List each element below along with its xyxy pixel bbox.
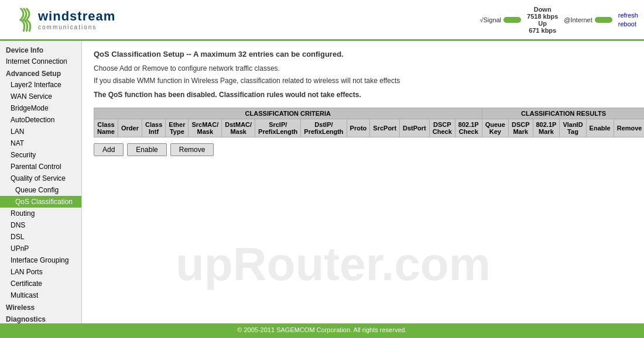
refresh-link[interactable]: refresh <box>618 12 638 19</box>
sidebar-item-certificate[interactable]: Certificate <box>0 278 81 289</box>
internet-indicator <box>595 17 612 23</box>
col-class-intf: ClassIntf <box>142 119 165 137</box>
signal-label: √Signal <box>479 16 501 23</box>
main-content: upRouter.com QoS Classification Setup --… <box>82 41 644 323</box>
remove-button[interactable]: Remove <box>170 143 214 156</box>
column-header-row: ClassName Order ClassIntf EtherType SrcM… <box>94 119 645 137</box>
sidebar-item-wireless: Wireless <box>0 301 81 313</box>
criteria-group-header: CLASSIFICATION CRITERIA <box>94 108 482 119</box>
col-proto: Proto <box>347 119 370 137</box>
speed-display: Down 7518 kbps Up 671 kbps <box>527 6 558 34</box>
sidebar-item-autodetection[interactable]: AutoDetection <box>0 114 81 126</box>
sidebar-item-queue-config[interactable]: Queue Config <box>0 184 81 196</box>
internet-label: @Internet <box>564 16 592 23</box>
brand-sub: communications <box>38 24 115 30</box>
logo-text: windstream communications <box>38 9 115 30</box>
sidebar-item-qos-classification[interactable]: QoS Classification <box>0 196 81 208</box>
copyright-text: © 2005-2011 SAGEMCOM Corporation. All ri… <box>237 326 406 333</box>
sidebar-item-advanced-setup: Advanced Setup <box>0 67 81 79</box>
down-speed: 7518 kbps <box>527 13 558 20</box>
sidebar-item-internet-connection[interactable]: Internet Connection <box>0 56 81 67</box>
col-dscp-check: DSCPCheck <box>429 119 455 137</box>
sidebar-item-security[interactable]: Security <box>0 149 81 161</box>
sidebar-item-lan-ports[interactable]: LAN Ports <box>0 266 81 278</box>
group-header-row: CLASSIFICATION CRITERIA CLASSIFICATION R… <box>94 108 645 119</box>
button-row: Add Enable Remove <box>94 143 632 156</box>
sidebar-item-quality-of-service[interactable]: Quality of Service <box>0 173 81 184</box>
sidebar-item-interface-grouping[interactable]: Interface Grouping <box>0 254 81 266</box>
results-group-header: CLASSIFICATION RESULTS <box>482 108 644 119</box>
sidebar-item-wan-service[interactable]: WAN Service <box>0 91 81 102</box>
down-label: Down <box>534 6 551 13</box>
col-dstport: DstPort <box>400 119 430 137</box>
col-8021p-mark: 802.1PMark <box>533 119 560 137</box>
signal-indicator <box>503 17 521 23</box>
col-ether-type: EtherType <box>166 119 189 137</box>
col-vlanid-tag: VlanIDTag <box>560 119 586 137</box>
qos-table: CLASSIFICATION CRITERIA CLASSIFICATION R… <box>94 108 644 137</box>
sidebar-item-device-info: Device Info <box>0 44 81 56</box>
col-order: Order <box>118 119 142 137</box>
col-class-name: ClassName <box>94 119 118 137</box>
sidebar: Device InfoInternet ConnectionAdvanced S… <box>0 41 82 323</box>
col-dstip: DstIP/PrefixLength <box>301 119 347 137</box>
status-bar: √Signal Down 7518 kbps Up 671 kbps @Inte… <box>479 6 638 34</box>
brand-name: windstream <box>38 9 115 24</box>
sidebar-item-upnp[interactable]: UPnP <box>0 243 81 254</box>
info-text-2: If you disable WMM function in Wireless … <box>94 75 632 86</box>
sidebar-item-dsl[interactable]: DSL <box>0 231 81 243</box>
sidebar-item-nat[interactable]: NAT <box>0 137 81 149</box>
logo-area: windstream communications <box>6 5 115 35</box>
col-enable: Enable <box>586 119 614 137</box>
warning-text: The QoS function has been disabled. Clas… <box>94 91 632 99</box>
col-8021p-check: 802.1PCheck <box>455 119 482 137</box>
col-dstmac: DstMAC/Mask <box>222 119 255 137</box>
enable-button[interactable]: Enable <box>127 143 166 156</box>
col-srcport: SrcPort <box>370 119 400 137</box>
windstream-logo-icon <box>6 5 35 35</box>
sidebar-item-dns[interactable]: DNS <box>0 219 81 231</box>
sidebar-item-parental-control[interactable]: Parental Control <box>0 161 81 173</box>
col-srcmac: SrcMAC/Mask <box>189 119 222 137</box>
sidebar-item-layer2-interface[interactable]: Layer2 Interface <box>0 79 81 91</box>
header: windstream communications √Signal Down 7… <box>0 0 644 41</box>
col-srcip: SrcIP/PrefixLength <box>255 119 301 137</box>
sidebar-item-diagnostics: Diagnostics <box>0 313 81 323</box>
internet-status: @Internet <box>564 16 612 23</box>
info-text-1: Choose Add or Remove to configure networ… <box>94 63 632 74</box>
watermark: upRouter.com <box>176 237 491 291</box>
sidebar-item-multicast[interactable]: Multicast <box>0 289 81 301</box>
reboot-link[interactable]: reboot <box>618 20 638 27</box>
sidebar-item-bridgemode[interactable]: BridgeMode <box>0 102 81 114</box>
footer: © 2005-2011 SAGEMCOM Corporation. All ri… <box>0 323 644 338</box>
add-button[interactable]: Add <box>94 143 124 156</box>
col-dscp-mark: DSCPMark <box>508 119 533 137</box>
page-title: QoS Classification Setup -- A maximum 32… <box>94 50 632 58</box>
sidebar-item-routing[interactable]: Routing <box>0 208 81 219</box>
up-speed: 671 kbps <box>529 27 556 34</box>
status-actions: refresh reboot <box>618 12 638 27</box>
sidebar-item-lan[interactable]: LAN <box>0 126 81 137</box>
signal-status: √Signal <box>479 16 521 23</box>
col-remove: Remove <box>614 119 644 137</box>
up-label: Up <box>538 20 547 27</box>
col-queue-key: QueueKey <box>482 119 508 137</box>
layout: Device InfoInternet ConnectionAdvanced S… <box>0 41 644 323</box>
